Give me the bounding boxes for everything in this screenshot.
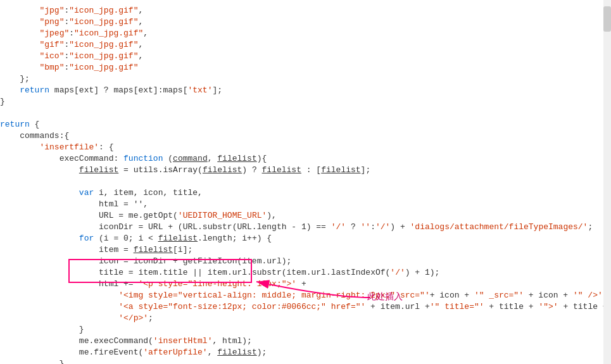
token: i, item, icon, title, — [94, 188, 203, 198]
token: '<a style="font-size:12px; color:#0066cc… — [118, 302, 365, 311]
token: :{ — [60, 131, 70, 141]
token: .length; i++) { — [198, 234, 272, 243]
code-line: return { — [0, 119, 611, 130]
token: + title + — [484, 302, 539, 311]
token: ){ — [257, 154, 267, 163]
line-content: }; — [0, 73, 611, 85]
code-line: 'insertfile': { — [0, 142, 611, 153]
line-content: } — [0, 324, 611, 336]
line-content: URL = me.getOpt('UEDITOR_HOME_URL'), — [0, 210, 611, 222]
code-line: "gif":"icon_jpg.gif", — [0, 39, 611, 51]
token: '/' — [375, 222, 390, 232]
token: ) + 1); — [405, 268, 440, 277]
token — [0, 188, 79, 198]
code-line: commands:{ — [0, 130, 611, 142]
token: title — [163, 268, 187, 277]
line-content: var i, item, icon, title, — [0, 187, 611, 199]
token: me.fireEvent( — [79, 348, 143, 357]
token: '<p style="line-height: 16px;">' — [138, 279, 296, 289]
token: utils — [134, 165, 158, 175]
token: "ico" — [39, 51, 64, 61]
code-line — [0, 176, 611, 187]
code-line — [0, 108, 611, 119]
token: ( — [163, 154, 173, 163]
line-content: icon = iconDir + getFileIcon(item.url); — [0, 256, 611, 267]
token: [i]; — [173, 245, 192, 254]
code-line: '</p>'; — [0, 313, 611, 324]
token — [0, 154, 60, 163]
token: ]; — [212, 85, 222, 95]
code-line: URL = me.getOpt('UEDITOR_HOME_URL'), — [0, 210, 611, 222]
line-content: me.fireEvent('afterUpfile', filelist); — [0, 347, 611, 358]
code-line: me.execCommand('insertHtml', html); — [0, 336, 611, 347]
line-content: iconDir = URL + (URL.substr(URL.length -… — [0, 222, 611, 233]
token: filelist — [262, 165, 301, 175]
token: + icon + — [524, 291, 573, 300]
token — [0, 279, 99, 289]
token: '/' — [331, 222, 346, 232]
code-line: html = '', — [0, 199, 611, 210]
token: , — [138, 51, 143, 61]
token: "gif" — [39, 40, 64, 49]
code-line: me.fireEvent('afterUpfile', filelist); — [0, 347, 611, 358]
token: commands — [20, 131, 59, 141]
scrollbar-thumb[interactable] — [603, 6, 611, 32]
token: icon = iconDir + getFileIcon(item.url); — [99, 256, 291, 266]
line-content — [0, 108, 611, 119]
token: "icon_jpg.gif" — [74, 28, 143, 38]
code-line: "png":"icon_jpg.gif", — [0, 16, 611, 28]
code-line: } — [0, 96, 611, 108]
token: item = — [99, 245, 134, 254]
code-line: } — [0, 358, 611, 364]
line-content: execCommand: function (command, filelist… — [0, 153, 611, 165]
token: , — [138, 17, 143, 27]
token: + item.url + — [365, 302, 429, 311]
token: maps[ext] ? maps[ext]:maps[ — [49, 85, 187, 95]
token: "icon_jpg.gif" — [69, 63, 138, 72]
token: { — [30, 120, 40, 129]
token: '">' — [538, 302, 558, 311]
code-line: "bmp":"icon_jpg.gif" — [0, 62, 611, 73]
code-line: html += '<p style="line-height: 16px;">'… — [0, 279, 611, 290]
token: ; — [588, 222, 593, 232]
token — [0, 85, 20, 95]
token — [0, 336, 79, 346]
token: filelist — [321, 165, 360, 175]
token: , — [208, 348, 218, 357]
scrollbar[interactable] — [603, 0, 611, 364]
line-content: } — [0, 96, 611, 108]
token: + icon + — [430, 291, 474, 300]
token — [0, 245, 99, 254]
token: 'insertfile' — [39, 142, 99, 152]
token: : — [370, 222, 375, 232]
token: 'dialogs/attachment/fileTypeImages/' — [410, 222, 588, 232]
code-line: var i, item, icon, title, — [0, 187, 611, 199]
token — [0, 131, 20, 141]
token: : { — [99, 142, 113, 152]
token: filelist — [79, 165, 118, 175]
line-content: "jpg":"icon_jpg.gif", — [0, 5, 611, 16]
token — [0, 211, 99, 220]
token: } — [0, 97, 5, 106]
code-line: for (i = 0; i < filelist.length; i++) { — [0, 233, 611, 244]
code-line: iconDir = URL + (URL.substr(URL.length -… — [0, 222, 611, 233]
code-line: filelist = utils.isArray(filelist) ? fil… — [0, 165, 611, 176]
token: return — [0, 120, 30, 129]
token: "icon_jpg.gif" — [69, 51, 138, 61]
code-line: title = item.title || item.url.substr(it… — [0, 267, 611, 279]
token: '" title="' — [430, 302, 484, 311]
token: filelist — [217, 154, 256, 163]
code-line: execCommand: function (command, filelist… — [0, 153, 611, 165]
token: = — [118, 165, 133, 175]
token: "icon_jpg.gif" — [69, 40, 138, 49]
token: '" _src="' — [474, 291, 524, 300]
token — [0, 142, 39, 152]
code-line: "jpg":"icon_jpg.gif", — [0, 5, 611, 16]
token: } — [0, 359, 64, 364]
token: "jpeg" — [39, 28, 69, 38]
token: '' — [361, 222, 371, 232]
annotation-text: 此处插入 — [367, 291, 403, 303]
token — [0, 28, 39, 38]
token: + — [296, 279, 306, 289]
token: || item.url.substr(item.url.lastIndexOf( — [187, 268, 390, 277]
